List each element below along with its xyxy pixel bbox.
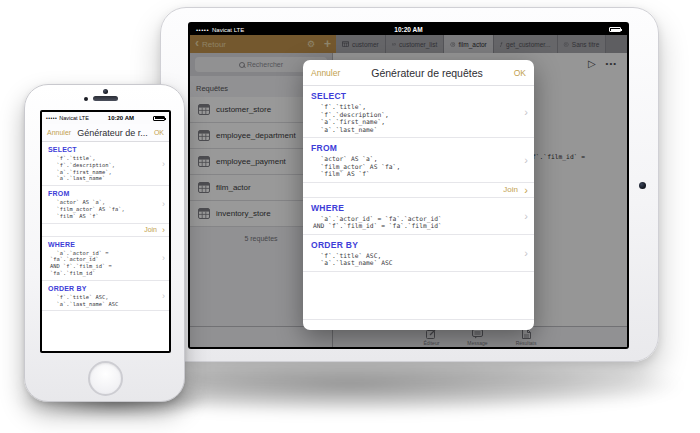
select-section[interactable]: SELECT `f`.`title`, `f`.`description`, `…: [303, 86, 534, 138]
home-button[interactable]: [88, 361, 123, 396]
from-code: `actor` AS `a`, `film_actor` AS `fa`, `f…: [313, 155, 518, 178]
join-label: Join: [503, 185, 518, 194]
where-section[interactable]: WHERE `a`.`actor_id` = `fa`.`actor_id` A…: [42, 237, 169, 281]
chevron-right-icon: ›: [162, 291, 165, 300]
from-section[interactable]: FROM `actor` AS `a`, `film_actor` AS `fa…: [42, 186, 169, 223]
battery-icon: [609, 27, 621, 32]
carrier-label: Navicat LTE: [59, 115, 89, 121]
select-keyword: SELECT: [311, 91, 518, 101]
chevron-right-icon: ›: [162, 159, 165, 168]
iphone-camera-icon: [103, 89, 108, 94]
where-section[interactable]: WHERE `a`.`actor_id` = `fa`.`actor_id` A…: [303, 198, 534, 235]
chevron-right-icon: ›: [524, 106, 528, 117]
chevron-right-icon: ›: [162, 200, 165, 209]
ipad-status-bar: ••••• Navicat LTE 10:20 AM: [190, 24, 627, 35]
signal-icon: •••••: [46, 116, 57, 121]
signal-icon: •••••: [196, 27, 209, 33]
iphone-sensor-icon: [84, 97, 88, 101]
cancel-button[interactable]: Annuler: [47, 129, 71, 136]
battery-icon: [153, 116, 165, 121]
scene: ••••• Navicat LTE 10:20 AM ‹ Retour ⚙: [0, 0, 700, 433]
from-code: `actor` AS `a`, `film_actor` AS `fa`, `f…: [50, 199, 157, 219]
ipad-device: ••••• Navicat LTE 10:20 AM ‹ Retour ⚙: [160, 7, 659, 362]
chevron-right-icon: ›: [162, 254, 165, 263]
ok-button[interactable]: OK: [514, 68, 526, 78]
chevron-right-icon: ›: [162, 225, 165, 234]
chevron-right-icon: ›: [524, 247, 528, 258]
clock-label: 10:20 AM: [108, 115, 134, 121]
from-keyword: FROM: [311, 143, 518, 153]
where-keyword: WHERE: [311, 203, 518, 213]
iphone-earpiece: [93, 96, 118, 101]
modal-title: Générateur de requêtes: [371, 67, 483, 79]
join-row[interactable]: Join ›: [42, 224, 169, 237]
join-row[interactable]: Join ›: [303, 183, 534, 198]
cancel-button[interactable]: Annuler: [311, 68, 340, 78]
order-by-section[interactable]: ORDER BY `f`.`title` ASC, `a`.`last_name…: [303, 235, 534, 272]
select-keyword: SELECT: [48, 146, 157, 153]
ipad-camera-icon: [639, 182, 646, 189]
where-code: `a`.`actor_id` = `fa`.`actor_id` AND `f`…: [50, 250, 157, 277]
select-code: `f`.`title`, `f`.`description`, `a`.`fir…: [313, 103, 518, 133]
chevron-right-icon: ›: [524, 184, 528, 195]
iphone-status-bar: ••••• Navicat LTE 10:20 AM: [42, 112, 169, 124]
ok-button[interactable]: OK: [154, 129, 164, 136]
empty-row: [303, 272, 534, 320]
iphone-nav-bar: Annuler Générateur de r... OK: [42, 124, 169, 142]
carrier-label: Navicat LTE: [212, 27, 244, 33]
select-section[interactable]: SELECT `f`.`title`, `f`.`description`, `…: [42, 142, 169, 186]
page-title: Générateur de r...: [77, 128, 148, 138]
query-builder-modal: Annuler Générateur de requêtes OK SELECT…: [303, 60, 534, 330]
empty-row: [303, 320, 534, 331]
order-by-keyword: ORDER BY: [48, 285, 157, 292]
select-code: `f`.`title`, `f`.`description`, `a`.`fir…: [50, 155, 157, 182]
order-by-keyword: ORDER BY: [311, 240, 518, 250]
order-by-section[interactable]: ORDER BY `f`.`title` ASC, `a`.`last_name…: [42, 281, 169, 312]
chevron-right-icon: ›: [524, 210, 528, 221]
clock-label: 10:20 AM: [394, 26, 422, 33]
from-section[interactable]: FROM `actor` AS `a`, `film_actor` AS `fa…: [303, 138, 534, 183]
order-by-code: `f`.`title` ASC, `a`.`last_name` ASC: [50, 294, 157, 308]
where-keyword: WHERE: [48, 241, 157, 248]
order-by-code: `f`.`title` ASC, `a`.`last_name` ASC: [313, 252, 518, 267]
ipad-screen: ••••• Navicat LTE 10:20 AM ‹ Retour ⚙: [188, 22, 629, 349]
where-code: `a`.`actor_id` = `fa`.`actor_id` AND `f`…: [313, 215, 518, 230]
from-keyword: FROM: [48, 190, 157, 197]
join-label: Join: [144, 226, 157, 233]
iphone-device: ••••• Navicat LTE 10:20 AM Annuler Génér…: [24, 84, 185, 402]
chevron-right-icon: ›: [524, 154, 528, 165]
iphone-screen: ••••• Navicat LTE 10:20 AM Annuler Génér…: [40, 110, 171, 353]
